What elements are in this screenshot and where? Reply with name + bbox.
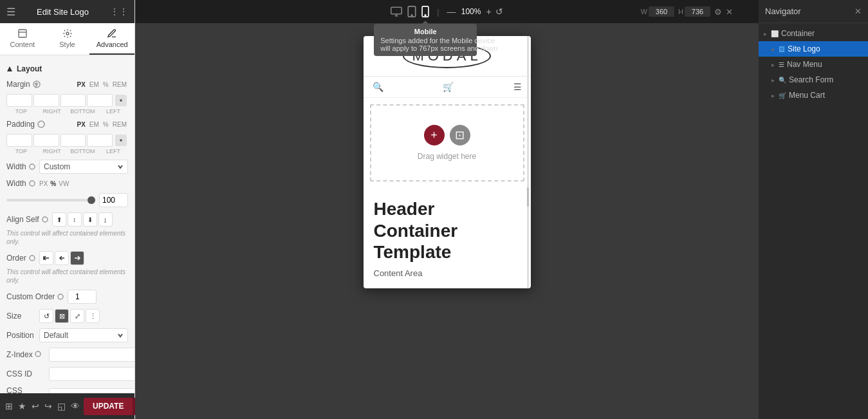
padding-right[interactable] [33,134,59,147]
padding-unit-rem[interactable]: REM [111,120,128,129]
margin-unit-pct[interactable]: % [102,80,110,89]
margin-left[interactable] [87,94,113,107]
drop-zone[interactable]: + ⊡ Drag widget here [370,104,524,182]
top-bar: Mobile Settings added for the Mobile dev… [135,0,759,23]
margin-right[interactable] [33,94,59,107]
menu-cart-arrow-icon: ▸ [771,92,775,99]
responsive-icon[interactable]: ◱ [57,401,66,411]
position-dropdown[interactable]: Default [39,328,128,342]
hamburger-icon[interactable]: ☰ [6,6,15,18]
tab-advanced[interactable]: Advanced [89,23,134,55]
padding-unit-em[interactable]: EM [88,120,100,129]
nav-item-container[interactable]: ▸ ⬜ Container [759,26,868,41]
width-unit-pct[interactable]: % [50,180,56,187]
width-input[interactable]: 100 [99,193,128,207]
navigator-header: Navigator ✕ [759,0,868,23]
zindex-input[interactable] [49,348,134,362]
margin-unit-px[interactable]: PX [76,80,87,89]
tablet-device-button[interactable] [407,6,416,17]
nav-item-menu-cart[interactable]: ▸ 🛒 Menu Cart [759,88,868,103]
mobile-scrollbar[interactable] [527,36,530,288]
margin-bottom[interactable] [60,94,86,107]
nav-item-site-logo[interactable]: ▸ 🖼 Site Logo [759,41,868,57]
width-unit-tabs: PX % VW [39,180,69,187]
layers-icon[interactable]: ⊞ [5,401,13,411]
cart-nav-icon[interactable]: 🛒 [443,82,454,92]
padding-top[interactable] [6,134,32,147]
nav-item-nav-menu[interactable]: ▸ ☰ Nav Menu [759,57,868,72]
grid-icon[interactable]: ⋮⋮ [110,6,128,17]
height-value-input[interactable]: 736 [685,6,710,17]
width-dropdown[interactable]: Custom [39,160,128,174]
size-reset-button[interactable]: ↺ [39,309,53,323]
eye-icon[interactable]: 👁 [71,401,80,411]
cssclasses-input[interactable] [49,388,134,393]
margin-unit-rem[interactable]: REM [111,80,128,89]
order-prev-button[interactable] [55,251,69,265]
redo-icon[interactable]: ↪ [44,401,52,411]
device-separator: | [437,7,439,17]
padding-left[interactable] [87,134,113,147]
svg-rect-0 [19,30,26,37]
padding-label: Padding [6,120,45,129]
search-nav-icon[interactable]: 🔍 [373,82,383,92]
cssclasses-label: CSS Classes [6,386,45,393]
zoom-in-button[interactable]: + [486,6,492,17]
size-row: Size ↺ ⊠ ⤢ ⋮ [6,309,128,323]
panel-content: Layout Margin ? PX EM % REM [0,55,134,393]
margin-inputs-container [6,94,113,107]
cssid-label: CSS ID [6,369,45,378]
mobile-device-button[interactable]: Mobile Settings added for the Mobile dev… [421,6,429,17]
tab-style[interactable]: Style [45,23,90,55]
margin-top[interactable] [6,94,32,107]
order-first-button[interactable] [39,251,53,265]
size-mid-button[interactable]: ⊠ [55,309,69,323]
padding-unit-pct[interactable]: % [102,120,110,129]
tab-content[interactable]: Content [0,23,45,55]
menu-cart-label: Menu Cart [789,91,825,100]
menu-cart-nav-icon: 🛒 [779,92,786,99]
settings-icon[interactable]: ⚙ [714,7,722,17]
svg-point-7 [30,164,35,169]
order-last-button[interactable] [70,251,84,265]
container-label: Container [781,29,815,38]
align-top-button[interactable]: ⬆ [52,212,66,227]
animation-icon[interactable]: ★ [18,401,26,411]
container-arrow-icon: ▸ [764,30,767,37]
width-unit-vw[interactable]: VW [59,180,69,187]
padding-unit-px[interactable]: PX [76,120,87,129]
width-unit-px[interactable]: PX [39,180,48,187]
align-bottom-button[interactable]: ⬇ [83,212,97,227]
width-slider[interactable] [6,199,95,201]
align-stretch-button[interactable]: ↨ [98,212,113,227]
zoom-controls: — 100% + ↺ [447,6,503,17]
close-icon[interactable]: ✕ [726,7,733,17]
size-expand-button[interactable]: ⤢ [70,309,84,323]
margin-units: PX EM % REM [76,80,128,89]
custom-order-input[interactable]: 1 [68,290,97,304]
margin-link-button[interactable] [115,95,127,106]
zoom-reset-button[interactable]: ↺ [495,6,503,17]
nav-menu-label: Nav Menu [787,60,822,69]
site-logo-arrow-icon: ▸ [771,46,775,53]
undo-icon[interactable]: ↩ [32,401,39,411]
size-buttons: ↺ ⊠ ⤢ ⋮ [39,309,100,323]
add-widget-button[interactable]: + [424,125,445,145]
padding-link-button[interactable] [115,135,127,146]
padding-inputs [6,134,113,147]
size-more-button[interactable]: ⋮ [86,309,100,323]
desktop-device-button[interactable] [391,6,402,17]
align-middle-button[interactable]: ↕ [68,212,82,227]
cssid-input[interactable] [49,367,134,381]
drag-handle-button[interactable]: ⊡ [450,125,470,145]
margin-unit-em[interactable]: EM [88,80,100,89]
menu-nav-icon[interactable]: ☰ [513,82,522,92]
cssclasses-row: CSS Classes ✕ [6,386,128,393]
zoom-out-button[interactable]: — [447,6,456,17]
nav-item-search-form[interactable]: ▸ 🔍 Search Form [759,72,868,88]
update-button[interactable]: UPDATE [84,398,133,415]
navigator-close-icon[interactable]: ✕ [854,6,862,16]
width-value-input[interactable]: 360 [649,6,674,17]
navigator-tree: ▸ ⬜ Container ▸ 🖼 Site Logo ▸ ☰ Nav Menu… [759,23,868,106]
padding-bottom[interactable] [60,134,86,147]
